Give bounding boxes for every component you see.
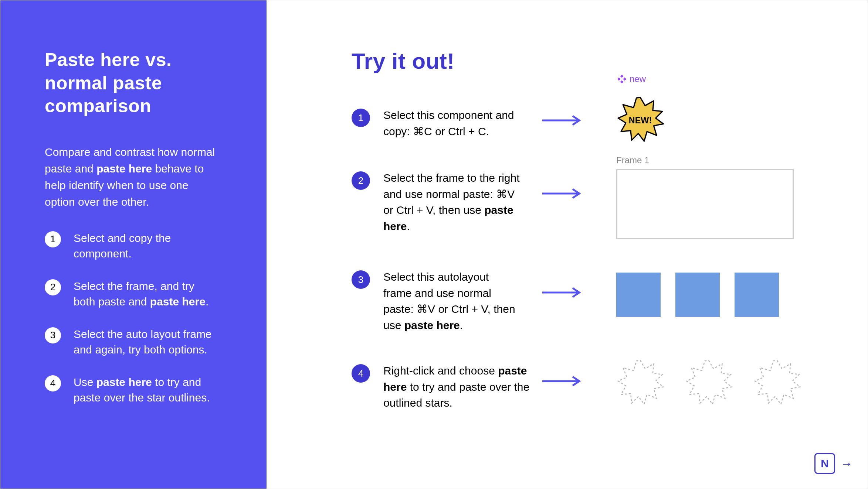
arrow-right-icon [542, 115, 583, 126]
step-number-circle: 4 [352, 364, 370, 383]
canvas-page: Paste here vs. normal paste comparison C… [0, 0, 868, 489]
intro-bold: paste here [96, 163, 152, 175]
step-text: Select the frame, and try both paste and… [74, 278, 214, 310]
main-panel: Try it out! 1 Select this component and … [267, 0, 868, 489]
svg-rect-2 [620, 80, 624, 83]
step-number-badge: 1 [45, 231, 61, 247]
step-description: Select this autolayout frame and use nor… [383, 269, 520, 333]
square-shape [616, 273, 661, 317]
step-row: 4 Right-click and choose paste here to t… [352, 363, 823, 411]
sidebar-title: Paste here vs. normal paste comparison [45, 48, 226, 118]
component-icon [618, 75, 626, 83]
svg-marker-11 [755, 360, 800, 404]
list-item: 1 Select and copy the component. [45, 230, 226, 261]
star-outline-icon [685, 359, 733, 407]
next-button[interactable]: N [814, 453, 835, 474]
autolayout-frame[interactable] [616, 273, 779, 317]
step-number-circle: 3 [352, 270, 370, 289]
step-number-badge: 3 [45, 327, 61, 343]
arrow-right-icon [542, 287, 583, 298]
step2-visual: Frame 1 [616, 155, 794, 239]
step-row: 2 Select the frame to the right and use … [352, 170, 823, 239]
arrow-right-icon [542, 376, 583, 386]
new-badge-component[interactable]: NEW! [616, 96, 661, 140]
step-text: Select and copy the component. [74, 230, 214, 261]
svg-rect-4 [623, 78, 626, 81]
sidebar-intro: Compare and contrast how normal paste an… [45, 144, 218, 210]
step-number-badge: 4 [45, 375, 61, 391]
step1-visual: new NEW! [616, 96, 661, 140]
star-outlines-group[interactable] [616, 359, 801, 407]
next-button-label: N [821, 457, 829, 470]
component-label: new [618, 74, 646, 84]
step-description: Select the frame to the right and use no… [383, 170, 520, 234]
frame-label: Frame 1 [616, 155, 794, 165]
step-description: Right-click and choose paste here to try… [383, 363, 531, 411]
step-row: 1 Select this component and copy: ⌘C or … [352, 107, 823, 140]
step-text: Use paste here to try and paste over the… [74, 375, 214, 406]
list-item: 4 Use paste here to try and paste over t… [45, 375, 226, 406]
component-label-text: new [630, 74, 646, 84]
step-text: Select the auto layout frame and again, … [74, 326, 214, 358]
step-row: 3 Select this autolayout frame and use n… [352, 269, 823, 333]
main-heading: Try it out! [352, 48, 823, 74]
sidebar-steps-list: 1 Select and copy the component. 2 Selec… [45, 230, 226, 406]
list-item: 3 Select the auto layout frame and again… [45, 326, 226, 358]
step-number-badge: 2 [45, 279, 61, 295]
target-frame[interactable] [616, 169, 794, 239]
step-description: Select this component and copy: ⌘C or Ct… [383, 107, 520, 139]
square-shape [675, 273, 720, 317]
svg-rect-3 [618, 78, 621, 81]
step-number-circle: 2 [352, 171, 370, 190]
next-page-nav: N → [814, 453, 853, 474]
step4-visual [616, 359, 801, 407]
star-outline-icon [753, 359, 801, 407]
svg-marker-10 [686, 360, 732, 404]
sidebar-panel: Paste here vs. normal paste comparison C… [0, 0, 267, 489]
arrow-right-icon [542, 188, 583, 199]
svg-rect-1 [620, 75, 624, 78]
badge-text: NEW! [629, 116, 652, 125]
step3-visual [616, 273, 779, 317]
step-number-circle: 1 [352, 109, 370, 127]
list-item: 2 Select the frame, and try both paste a… [45, 278, 226, 310]
star-outline-icon [616, 359, 664, 407]
arrow-right-icon: → [840, 456, 853, 471]
square-shape [735, 273, 779, 317]
svg-marker-9 [618, 360, 663, 404]
